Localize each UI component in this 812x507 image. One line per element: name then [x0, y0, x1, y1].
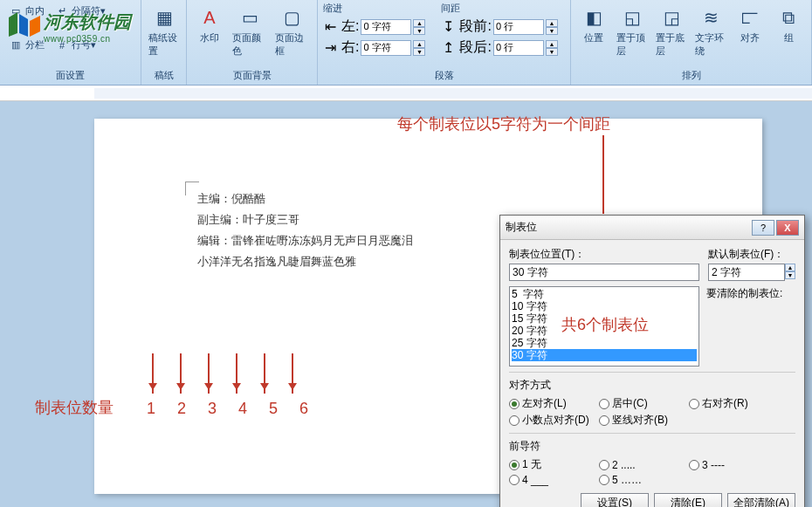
align-button[interactable]: ⫍对齐 — [733, 2, 767, 46]
textwrap-button[interactable]: ≋文字环绕 — [693, 2, 729, 59]
annotation-bottom: 制表位数量 — [35, 397, 114, 418]
indent-right-label: 右: — [341, 38, 359, 57]
alignment-title: 对齐方式 — [509, 378, 795, 393]
doc-text[interactable]: 主编：倪酷酷 — [197, 188, 727, 209]
pagecolor-button[interactable]: ▭页面颜色 — [231, 2, 270, 59]
watermark-logo-icon — [5, 9, 47, 45]
space-before-input[interactable] — [493, 19, 544, 35]
spin[interactable]: ▲▼ — [546, 19, 558, 35]
ribbon-group-background: A水印 ▭页面颜色 ▢页面边框 页面背景 — [187, 0, 318, 85]
group-label: 面设置 — [5, 67, 135, 85]
tabpos-input[interactable] — [509, 264, 699, 281]
margin-corner — [185, 182, 199, 195]
clear-label: 要清除的制表位: — [706, 286, 782, 301]
dialog-title: 制表位 — [506, 220, 752, 235]
back-icon: ◲ — [658, 3, 686, 31]
ribbon-group-paragraph: 缩进 ⇤ 左: ▲▼ ⇥ 右: ▲▼ 间距 ↧ 段前: — [318, 0, 571, 85]
set-button[interactable]: 设置(S) — [581, 493, 649, 507]
default-tab-input[interactable] — [708, 264, 785, 281]
horizontal-ruler[interactable] — [0, 86, 812, 101]
group-button[interactable]: ⧉组 — [771, 2, 806, 46]
help-button[interactable]: ? — [752, 220, 774, 236]
border-icon: ▢ — [279, 3, 306, 31]
clearall-button[interactable]: 全部清除(A) — [727, 493, 795, 507]
indent-title: 缩进 — [323, 2, 425, 15]
watermark-icon: A — [196, 3, 224, 31]
clear-button[interactable]: 清除(E) — [654, 493, 722, 507]
align-center-radio[interactable]: 居中(C) — [599, 396, 682, 411]
group-label: 页面背景 — [192, 67, 312, 85]
spin[interactable]: ▲▼ — [413, 40, 425, 56]
list-item[interactable]: 25 字符 — [512, 337, 697, 349]
annotation-line — [602, 135, 604, 214]
spin[interactable]: ▲▼ — [785, 264, 795, 281]
space-after-input[interactable] — [493, 40, 544, 56]
align-left-radio[interactable]: 左对齐(L) — [509, 396, 592, 411]
front-icon: ◱ — [619, 3, 647, 31]
spin[interactable]: ▲▼ — [413, 19, 425, 35]
ribbon-group-arrange: ◧位置 ◱置于顶层 ◲置于底层 ≋文字环绕 ⫍对齐 ⧉组 排列 — [571, 0, 812, 85]
watermark-title: 河东软件园 — [44, 10, 131, 34]
annotation-arrows — [152, 353, 293, 394]
ribbon-group-draft: ▦ 稿纸设置 稿纸 — [141, 0, 187, 85]
group-label: 段落 — [323, 67, 565, 85]
watermark-url: www.pc0359.cn — [44, 34, 131, 44]
leader-4-radio[interactable]: 4 ___ — [509, 474, 592, 486]
draft-icon: ▦ — [150, 3, 178, 31]
space-after-label: 段后: — [459, 38, 491, 57]
indent-right-icon: ⇥ — [323, 41, 337, 55]
site-watermark: 河东软件园 www.pc0359.cn — [5, 9, 131, 45]
indent-left-icon: ⇤ — [323, 20, 337, 34]
align-right-radio[interactable]: 右对齐(R) — [689, 396, 772, 411]
tabpos-label: 制表位位置(T)： — [509, 247, 699, 262]
bring-front-button[interactable]: ◱置于顶层 — [615, 2, 650, 59]
default-tab-label: 默认制表位(F)： — [708, 247, 795, 262]
leader-3-radio[interactable]: 3 ---- — [689, 457, 772, 472]
annotation-numbers: 123456 — [147, 400, 308, 418]
position-icon: ◧ — [580, 3, 608, 31]
list-item[interactable]: 30 字符 — [512, 349, 697, 361]
annotation-mid: 共6个制表位 — [561, 314, 649, 335]
spin[interactable]: ▲▼ — [546, 40, 558, 56]
indent-left-input[interactable] — [361, 19, 411, 35]
space-before-icon: ↧ — [441, 20, 455, 34]
draft-settings-button[interactable]: ▦ 稿纸设置 — [147, 2, 182, 59]
leader-1-radio[interactable]: 1 无 — [509, 457, 592, 472]
wrap-icon: ≋ — [698, 3, 726, 31]
annotation-top: 每个制表位以5字符为一个间距 — [397, 113, 610, 134]
close-button[interactable]: X — [776, 220, 799, 236]
spacing-title: 间距 — [441, 2, 557, 15]
dialog-titlebar[interactable]: 制表位 ? X — [500, 216, 804, 240]
space-before-label: 段前: — [459, 17, 491, 36]
indent-right-input[interactable] — [361, 40, 411, 56]
leader-2-radio[interactable]: 2 ..... — [599, 457, 682, 472]
align-decimal-radio[interactable]: 小数点对齐(D) — [509, 413, 592, 428]
group-label: 排列 — [576, 67, 806, 85]
tabstop-dialog: 制表位 ? X 制表位位置(T)： 默认制表位(F)： ▲▼ 5 字符 10 字… — [499, 215, 805, 507]
indent-left-label: 左: — [341, 17, 359, 36]
leader-5-radio[interactable]: 5 …… — [599, 474, 682, 486]
group-icon: ⧉ — [774, 3, 802, 31]
align-icon: ⫍ — [736, 3, 764, 31]
pageborder-button[interactable]: ▢页面边框 — [273, 2, 313, 59]
position-button[interactable]: ◧位置 — [576, 2, 611, 46]
align-bar-radio[interactable]: 竖线对齐(B) — [599, 413, 682, 428]
list-item[interactable]: 10 字符 — [512, 300, 697, 312]
space-after-icon: ↥ — [441, 41, 455, 55]
send-back-button[interactable]: ◲置于底层 — [654, 2, 690, 59]
group-label: 稿纸 — [147, 67, 181, 85]
watermark-button[interactable]: A水印 — [192, 2, 227, 46]
leader-title: 前导符 — [509, 439, 795, 454]
list-item[interactable]: 5 字符 — [512, 288, 697, 300]
pagecolor-icon: ▭ — [236, 3, 264, 31]
